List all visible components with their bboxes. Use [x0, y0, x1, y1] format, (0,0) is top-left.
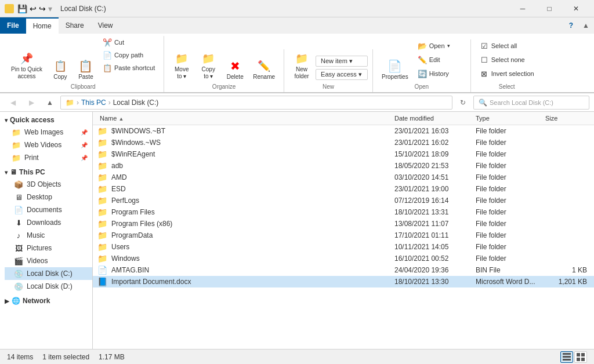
file-icon: 📁 — [97, 196, 107, 205]
file-size — [543, 199, 589, 202]
tab-home[interactable]: Home — [26, 17, 59, 34]
close-button[interactable]: ✕ — [563, 0, 589, 17]
col-header-type[interactable]: Type — [473, 113, 543, 123]
file-name: Program Files (x86) — [109, 219, 175, 229]
edit-btn[interactable]: ✏️ Edit — [414, 53, 466, 66]
move-to-btn[interactable]: 📁 Moveto ▾ — [169, 49, 194, 82]
quick-access-label: Quick access — [10, 116, 55, 124]
network-header[interactable]: ▶ 🌐 Network — [0, 295, 92, 307]
back-btn[interactable]: ◀ — [5, 96, 21, 110]
easy-access-btn[interactable]: Easy access ▾ — [316, 69, 368, 80]
forward-btn[interactable]: ▶ — [23, 96, 39, 110]
sidebar-item-web-videos[interactable]: 📁 Web Videos 📌 — [5, 139, 92, 151]
file-row[interactable]: 📁 $Windows.~WS 23/01/2021 16:02 File fol… — [93, 137, 594, 148]
new-folder-btn[interactable]: 📁 Newfolder — [289, 49, 314, 82]
delete-btn[interactable]: ✖ Delete — [222, 57, 248, 82]
copy-btn[interactable]: 📋 Copy — [48, 57, 73, 82]
cut-btn[interactable]: ✂️ Cut — [99, 36, 159, 49]
copy-to-btn[interactable]: 📁 Copyto ▾ — [195, 49, 221, 82]
sidebar-item-pictures[interactable]: 🖼 Pictures — [5, 242, 92, 254]
copy-icon: 📋 — [53, 59, 67, 73]
refresh-btn[interactable]: ↻ — [455, 96, 471, 110]
file-date: 03/10/2020 14:51 — [392, 172, 473, 183]
file-name-cell: 📁 ESD — [97, 184, 392, 194]
undo-btn[interactable]: ↩ — [30, 4, 37, 13]
col-header-name[interactable]: Name ▲ — [97, 113, 392, 123]
file-name-cell: 📁 Program Files (x86) — [97, 219, 392, 229]
tab-file[interactable]: File — [0, 17, 26, 34]
copy-path-icon: 📄 — [103, 50, 112, 60]
maximize-button[interactable]: □ — [536, 0, 563, 17]
ribbon-group-select: ☑ Select all ☐ Select none ⊠ Invert sele… — [471, 39, 543, 92]
new-item-btn[interactable]: New item ▾ — [316, 56, 368, 67]
sidebar-item-music[interactable]: ♪ Music — [5, 229, 92, 242]
sidebar-item-documents[interactable]: 📄 Documents — [5, 203, 92, 216]
select-none-icon: ☐ — [480, 55, 489, 64]
paste-btn[interactable]: 📋 Paste — [74, 57, 97, 82]
sidebar: ▾ Quick access 📁 Web Images 📌 📁 Web Vide… — [0, 112, 93, 349]
file-size — [543, 153, 589, 155]
sidebar-item-local-disk-c[interactable]: 💿 Local Disk (C:) — [5, 267, 92, 280]
paste-shortcut-btn[interactable]: 📋 Paste shortcut — [99, 61, 159, 74]
redo-btn[interactable]: ↪ — [39, 4, 46, 13]
file-row[interactable]: 📄 AMTAG.BIN 24/04/2020 19:36 BIN File 1 … — [93, 264, 594, 276]
select-label: Select — [499, 83, 515, 91]
sidebar-item-downloads[interactable]: ⬇ Downloads — [5, 216, 92, 229]
file-row[interactable]: 📁 AMD 03/10/2020 14:51 File folder — [93, 172, 594, 183]
file-row[interactable]: 📁 adb 18/05/2020 21:53 File folder — [93, 160, 594, 172]
new-folder-icon: 📁 — [295, 52, 309, 65]
sidebar-item-videos[interactable]: 🎬 Videos — [5, 254, 92, 267]
up-btn[interactable]: ▲ — [42, 96, 58, 110]
tab-view[interactable]: View — [91, 17, 120, 34]
file-type: File folder — [473, 242, 543, 252]
open-btn[interactable]: 📂 Open ▾ — [414, 39, 466, 52]
minimize-button[interactable]: ─ — [509, 0, 536, 17]
details-view-btn[interactable] — [560, 351, 573, 363]
desktop-icon: 🖥 — [14, 192, 23, 202]
ribbon-help-btn[interactable]: ? — [564, 17, 578, 34]
select-all-btn[interactable]: ☑ Select all — [476, 39, 538, 52]
file-row[interactable]: 📁 ESD 23/01/2021 19:00 File folder — [93, 183, 594, 195]
file-icon: 📁 — [97, 161, 107, 170]
rename-btn[interactable]: ✏️ Rename — [249, 57, 279, 82]
this-pc-header[interactable]: ▾ 🖥 This PC — [0, 166, 92, 178]
history-btn[interactable]: 🔄 History — [414, 67, 466, 80]
file-date: 16/10/2021 00:52 — [392, 253, 473, 264]
select-none-btn[interactable]: ☐ Select none — [476, 53, 538, 66]
file-row[interactable]: 📁 Users 10/11/2021 14:05 File folder — [93, 241, 594, 253]
sidebar-item-local-disk-d[interactable]: 💿 Local Disk (D:) — [5, 280, 92, 293]
col-header-size[interactable]: Size — [543, 113, 589, 123]
invert-selection-btn[interactable]: ⊠ Invert selection — [476, 67, 538, 80]
sidebar-item-print[interactable]: 📁 Print 📌 — [5, 151, 92, 164]
file-row[interactable]: 📁 Windows 16/10/2021 00:52 File folder — [93, 253, 594, 264]
file-size — [543, 234, 589, 236]
file-row[interactable]: 📁 Program Files (x86) 13/08/2021 11:07 F… — [93, 218, 594, 230]
pin-to-quick-access-btn[interactable]: 📌 Pin to Quickaccess — [7, 49, 46, 82]
quick-access-header[interactable]: ▾ Quick access — [0, 114, 92, 126]
ribbon-collapse-btn[interactable]: ▲ — [578, 17, 594, 34]
file-size — [543, 223, 589, 225]
properties-btn[interactable]: 📄 Properties — [378, 57, 412, 82]
sidebar-item-web-images[interactable]: 📁 Web Images 📌 — [5, 126, 92, 139]
address-path[interactable]: 📁 › This PC › Local Disk (C:) — [60, 96, 452, 110]
quick-access-items: 📁 Web Images 📌 📁 Web Videos 📌 📁 Print 📌 — [0, 126, 92, 164]
search-box[interactable]: 🔍 Search Local Disk (C:) — [473, 96, 589, 110]
file-row[interactable]: 📁 PerfLogs 07/12/2019 16:14 File folder — [93, 195, 594, 206]
open-label: Open — [415, 83, 429, 91]
file-size — [543, 176, 589, 179]
tiles-view-btn[interactable] — [574, 351, 587, 363]
copy-path-btn[interactable]: 📄 Copy path — [99, 49, 159, 61]
file-row[interactable]: 📁 $WinREAgent 15/10/2021 18:09 File fold… — [93, 148, 594, 160]
tab-share[interactable]: Share — [59, 17, 91, 34]
sidebar-item-desktop[interactable]: 🖥 Desktop — [5, 191, 92, 203]
item-count: 14 items — [7, 353, 33, 361]
sidebar-item-3d-objects[interactable]: 📦 3D Objects — [5, 178, 92, 191]
col-header-date[interactable]: Date modified — [392, 113, 473, 123]
save-btn[interactable]: 💾 — [17, 4, 27, 13]
folder-icon-web-videos: 📁 — [12, 140, 21, 150]
file-row[interactable]: 📁 $WINDOWS.~BT 23/01/2021 16:03 File fol… — [93, 125, 594, 137]
file-row[interactable]: 📁 Program Files 18/10/2021 13:31 File fo… — [93, 206, 594, 218]
file-row[interactable]: 📁 ProgramData 17/10/2021 01:11 File fold… — [93, 230, 594, 241]
file-icon: 📁 — [97, 138, 107, 147]
file-row[interactable]: 📘 Important Document.docx 18/10/2021 13:… — [93, 276, 594, 287]
